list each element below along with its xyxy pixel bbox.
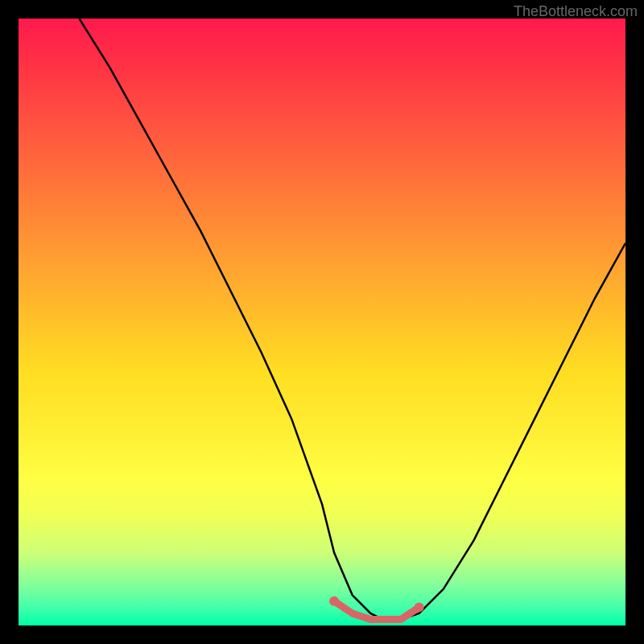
highlight-right-dot: [415, 602, 424, 612]
highlight-left-dot: [329, 597, 339, 606]
bottom-highlight-line: [334, 601, 419, 620]
chart-plot-area: [19, 19, 625, 625]
watermark-text: TheBottleneck.com: [514, 3, 638, 20]
main-curve-line: [79, 19, 625, 620]
chart-svg: [19, 19, 625, 625]
